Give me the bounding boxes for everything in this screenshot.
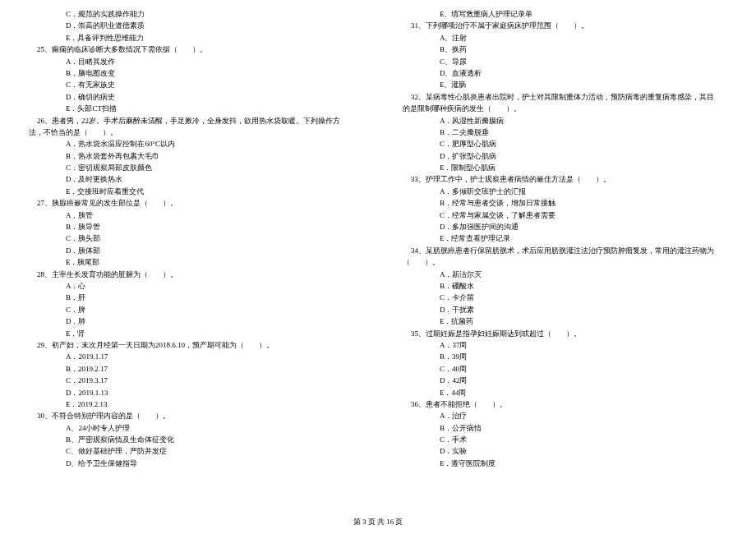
answer-option: A．新洁尔灭 xyxy=(390,269,740,280)
answer-option: D．肺 xyxy=(16,315,366,327)
answer-option: A．胰管 xyxy=(16,209,366,221)
answer-option: E．44周 xyxy=(390,387,740,398)
answer-option: C．密切观察局部皮肤颜色 xyxy=(16,162,366,173)
answer-option: D．及时更换热水 xyxy=(16,173,366,185)
question-text: 27、胰腺癌最常见的发生部位是（ ）。 xyxy=(16,197,366,209)
answer-option: C．有无家族史 xyxy=(16,79,366,90)
answer-option: D．胰体部 xyxy=(16,245,366,256)
answer-option: C．肥厚型心肌病 xyxy=(390,138,740,150)
answer-option: E．抗菌药 xyxy=(390,315,740,327)
answer-option: D．多加强医护间的沟通 xyxy=(390,221,740,232)
question-text: （ ）。 xyxy=(390,256,740,268)
answer-option: B．脑电图改变 xyxy=(16,67,366,79)
answer-option: B．2019.2.17 xyxy=(16,363,366,375)
answer-option: E．胰尾部 xyxy=(16,256,366,268)
answer-option: C．规范的实践操作能力 xyxy=(16,8,366,20)
question-text: 的是限制哪种疾病的发生（ ）。 xyxy=(390,103,740,114)
question-text: 法，不恰当的是（ ）。 xyxy=(16,127,366,138)
answer-option: C．脾 xyxy=(16,304,366,315)
answer-option: B、换药 xyxy=(390,44,740,55)
answer-option: B．肝 xyxy=(16,292,366,303)
question-text: 29、初产妇，末次月经第一天日期为2018.6.10，预产期可能为（ ）。 xyxy=(16,339,366,351)
answer-option: D、给予卫生保健指导 xyxy=(16,458,366,469)
right-column: E、填写危重病人护理记录单31、下列哪项治疗不属于家庭病床护理范围（ ）。A、注… xyxy=(390,8,740,469)
answer-option: A．37周 xyxy=(390,339,740,351)
answer-option: A．心 xyxy=(16,280,366,292)
answer-option: A、注射 xyxy=(390,32,740,44)
answer-option: E、灌肠 xyxy=(390,79,740,90)
question-text: 26、患者男，22岁。手术后麻醉未清醒，手足厥冷，全身发抖，欲用热水袋取暖。下列… xyxy=(16,115,366,127)
answer-option: E．遵守医院制度 xyxy=(390,458,740,469)
question-text: 25、癫痫的临床诊断大多数情况下需依据（ ）。 xyxy=(16,44,366,55)
answer-option: A．2019.1.17 xyxy=(16,351,366,362)
answer-option: E．具备评判性思维能力 xyxy=(16,32,366,44)
answer-option: B．硼酸水 xyxy=(390,280,740,292)
page-footer: 第 3 页 共 16 页 xyxy=(0,517,756,527)
question-text: 33、护理工作中，护士观察患者病情的最佳方法是（ ）。 xyxy=(390,173,740,185)
left-column: C．规范的实践操作能力D．崇高的职业道德素质E．具备评判性思维能力25、癫痫的临… xyxy=(16,8,366,469)
answer-option: C、导尿 xyxy=(390,56,740,67)
answer-option: E．经常查看护理记录 xyxy=(390,232,740,244)
answer-option: B．二尖瓣脱垂 xyxy=(390,127,740,138)
question-text: 36、患者不能拒绝（ ）。 xyxy=(390,398,740,410)
answer-option: C．40周 xyxy=(390,363,740,375)
answer-option: A．目睹其发作 xyxy=(16,56,366,67)
answer-option: C．胰头部 xyxy=(16,232,366,244)
answer-option: E．2019.2.13 xyxy=(16,398,366,410)
answer-option: A．多倾听交班护士的汇报 xyxy=(390,186,740,197)
answer-option: D．崇高的职业道德素质 xyxy=(16,20,366,31)
answer-option: D．实验 xyxy=(390,445,740,457)
question-text: 34、某膀胱癌患者行保留膀胱术，术后应用膀胱灌注法治疗预防肿瘤复发，常用的灌注药… xyxy=(390,245,740,256)
answer-option: C．手术 xyxy=(390,434,740,445)
answer-option: D．干扰素 xyxy=(390,304,740,315)
answer-option: E．限制型心肌病 xyxy=(390,162,740,173)
answer-option: C．2019.3.17 xyxy=(16,375,366,386)
question-text: 28、主宰生长发育功能的脏腑为（ ）。 xyxy=(16,269,366,280)
answer-option: D．42周 xyxy=(390,375,740,386)
answer-option: B．39周 xyxy=(390,351,740,362)
answer-option: C．卡介苗 xyxy=(390,292,740,303)
question-text: 30、不符合特别护理内容的是（ ）。 xyxy=(16,410,366,421)
answer-option: B．公开病情 xyxy=(390,422,740,434)
answer-option: C．经常与家属交谈，了解患者需要 xyxy=(390,209,740,221)
answer-option: E．交接班时应着重交代 xyxy=(16,186,366,197)
content-columns: C．规范的实践操作能力D．崇高的职业道德素质E．具备评判性思维能力25、癫痫的临… xyxy=(16,8,740,469)
answer-option: D．扩张型心肌病 xyxy=(390,150,740,162)
answer-option: B．热水袋套外再包裹大毛巾 xyxy=(16,150,366,162)
answer-option: D．确切的病史 xyxy=(16,91,366,103)
question-text: 32、某病毒性心肌炎患者出院时，护士对其限制重体力活动，预防病毒的重复病毒感染，… xyxy=(390,91,740,103)
answer-option: E．肾 xyxy=(16,328,366,339)
answer-option: D．2019.1.13 xyxy=(16,387,366,398)
answer-option: E、填写危重病人护理记录单 xyxy=(390,8,740,20)
answer-option: B．经常与患者交谈，增加日常接触 xyxy=(390,197,740,209)
answer-option: A．热水袋水温应控制在60°C以内 xyxy=(16,138,366,150)
answer-option: A．治疗 xyxy=(390,410,740,421)
question-text: 35、过期妊娠是指孕妇妊娠期达到或超过（ ）。 xyxy=(390,328,740,339)
answer-option: A．风湿性新瓣膜病 xyxy=(390,115,740,127)
answer-option: D、血液透析 xyxy=(390,67,740,79)
answer-option: B．胰导管 xyxy=(16,221,366,232)
answer-option: B、严密观察病情及生命体征变化 xyxy=(16,434,366,445)
answer-option: C、做好基础护理，严防并发症 xyxy=(16,445,366,457)
answer-option: E．头部CT扫描 xyxy=(16,103,366,114)
question-text: 31、下列哪项治疗不属于家庭病床护理范围（ ）。 xyxy=(390,20,740,31)
answer-option: A、24小时专人护理 xyxy=(16,422,366,434)
